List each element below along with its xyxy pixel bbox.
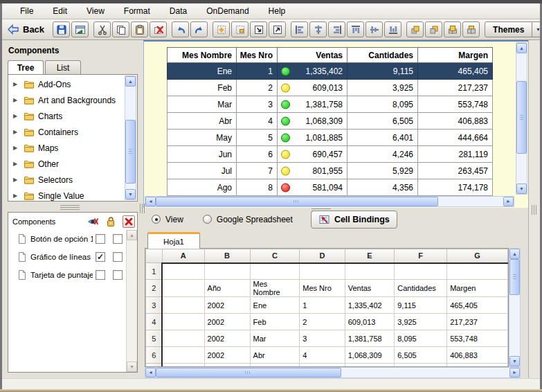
scrollbar-thumb[interactable] (125, 120, 136, 184)
tab-list[interactable]: List (45, 60, 81, 75)
sheet-cell[interactable]: 2002 (204, 347, 250, 364)
table-row[interactable]: Jul7801,9555,929263,457 (168, 163, 493, 179)
tree-vertical-scrollbar[interactable]: ▲ ▼ (125, 75, 136, 200)
sheet-row-header[interactable]: 6 (146, 347, 163, 364)
sheet-column-header[interactable]: D (300, 249, 345, 263)
component-item[interactable]: Tarjeta de puntaje 1 (8, 266, 125, 284)
fit-selection-button[interactable] (250, 21, 267, 37)
scorecard-component[interactable]: Mes NombreMes NroVentasCantidadesMargen … (167, 47, 494, 199)
tree-item-single-value[interactable]: ▶Single Value (8, 188, 125, 201)
scroll-up-arrow-icon[interactable]: ▲ (516, 43, 527, 53)
align-right-button[interactable] (328, 21, 345, 37)
sheet-cell[interactable] (162, 280, 204, 297)
align-middle-button[interactable] (365, 21, 383, 37)
sheet-column-header[interactable]: C (250, 249, 300, 263)
delete-button[interactable] (150, 21, 167, 37)
sheet-column-header[interactable]: E (345, 249, 395, 263)
scroll-up-arrow-icon[interactable]: ▲ (125, 76, 136, 87)
table-row[interactable]: May51,081,8856,401444,664 (168, 130, 493, 146)
sheet-cell[interactable]: Margen (447, 280, 508, 297)
sheet-cell[interactable] (162, 314, 204, 330)
scrollbar-thumb[interactable] (156, 368, 341, 377)
align-center-button[interactable] (309, 21, 327, 37)
scroll-right-arrow-icon[interactable]: ► (509, 368, 520, 377)
table-row[interactable]: Jun6690,4574,246281,119 (168, 146, 493, 163)
sheet-cell[interactable]: 465,405 (447, 297, 508, 314)
group-button[interactable] (213, 21, 230, 37)
sheet-cell[interactable]: 3 (300, 330, 345, 347)
sheet-row-header[interactable]: 4 (146, 314, 163, 330)
sheet-cell[interactable]: Mes Nombre (250, 280, 300, 297)
sheet-cell[interactable] (162, 263, 204, 280)
sheet-cell[interactable] (447, 263, 508, 280)
sheet-cell[interactable]: 4 (300, 347, 345, 364)
scroll-down-arrow-icon[interactable]: ▼ (516, 184, 527, 194)
tree-item-selectors[interactable]: ▶Selectors (8, 172, 125, 188)
right-splitter-grip[interactable] (532, 205, 538, 215)
scroll-left-arrow-icon[interactable]: ◄ (145, 368, 156, 377)
table-row[interactable]: Feb2609,0133,925217,237 (168, 80, 493, 96)
scrollbar-thumb[interactable] (156, 197, 438, 206)
table-row[interactable]: Ago8581,0944,356174,178 (168, 179, 493, 196)
hide-eye-icon[interactable] (87, 216, 99, 227)
cut-button[interactable] (93, 21, 111, 37)
scroll-left-arrow-icon[interactable]: ◄ (145, 197, 156, 206)
visibility-checkbox[interactable] (96, 270, 105, 280)
sheet-row-header[interactable]: 2 (146, 280, 163, 297)
sheet-cell[interactable]: Mar (250, 330, 300, 347)
sheet-cell[interactable]: Mes Nro (300, 280, 345, 297)
sheet-cell[interactable] (162, 330, 204, 347)
table-row[interactable]: Ene11,335,4029,115465,405 (168, 63, 493, 80)
sheet-cell[interactable]: Ventas (345, 280, 395, 297)
sheet-row-header[interactable]: 3 (146, 297, 163, 314)
menu-ondemand[interactable]: OnDemand (197, 4, 258, 18)
sheet-cell[interactable]: Feb (250, 314, 300, 330)
left-splitter-grip[interactable] (60, 205, 80, 210)
tree-item-containers[interactable]: ▶Containers (8, 124, 125, 140)
scroll-up-arrow-icon[interactable]: ▲ (127, 230, 137, 240)
align-left-button[interactable] (291, 21, 308, 37)
fit-canvas-button[interactable] (269, 21, 286, 37)
copy-button[interactable] (112, 21, 129, 37)
scroll-right-arrow-icon[interactable]: ► (503, 197, 514, 206)
scrollbar-thumb[interactable] (509, 259, 520, 295)
sheet-cell[interactable]: 9,115 (395, 297, 447, 314)
scroll-down-arrow-icon[interactable]: ▼ (127, 362, 137, 372)
visibility-checkbox[interactable]: ✓ (96, 252, 105, 262)
sheet-column-header[interactable]: F (395, 249, 447, 263)
bring-forward-button[interactable] (406, 21, 424, 37)
scroll-up-arrow-icon[interactable]: ▲ (509, 249, 520, 259)
save-button[interactable] (53, 21, 70, 37)
object-list-scrollbar[interactable]: ▲ ▼ (126, 230, 137, 372)
component-item[interactable]: Gráfico de líneas 1✓ (8, 248, 125, 266)
menu-file[interactable]: File (10, 4, 43, 18)
sheet-cell[interactable]: Año (204, 280, 250, 297)
sheet-column-header[interactable]: B (204, 249, 250, 263)
menu-edit[interactable]: Edit (43, 4, 77, 18)
sheet-corner[interactable] (146, 249, 163, 263)
sheet-cell[interactable]: 2002 (204, 297, 250, 314)
sheet-cell[interactable]: 1,068,309 (345, 347, 395, 364)
scroll-down-arrow-icon[interactable]: ▼ (125, 189, 136, 199)
canvas-vertical-scrollbar[interactable]: ▲ ▼ (516, 42, 527, 195)
paste-button[interactable] (131, 21, 148, 37)
sheet-cell[interactable]: 6,505 (395, 347, 447, 364)
ungroup-button[interactable] (231, 21, 249, 37)
design-canvas[interactable]: Mes NombreMes NroVentasCantidadesMargen … (143, 40, 528, 208)
redo-button[interactable] (190, 21, 208, 37)
cell-bindings-button[interactable]: Cell Bindings (311, 211, 397, 229)
sheet-column-header[interactable]: A (162, 249, 204, 263)
scroll-down-arrow-icon[interactable]: ▼ (509, 356, 520, 366)
themes-button[interactable]: Themes (485, 21, 532, 37)
align-top-button[interactable] (347, 21, 364, 37)
sheet-cell[interactable]: 406,883 (447, 347, 508, 364)
delete-x-icon[interactable] (123, 215, 135, 228)
undo-button[interactable] (172, 21, 189, 37)
sheet-tab-hoja1[interactable]: Hoja1 (147, 232, 200, 249)
view-radio[interactable] (152, 215, 161, 224)
menu-help[interactable]: Help (259, 4, 296, 18)
sheet-cell[interactable]: 1,335,402 (345, 297, 395, 314)
menu-view[interactable]: View (77, 4, 114, 18)
sheet-row-header[interactable]: 1 (146, 263, 163, 280)
preview-button[interactable] (71, 21, 89, 37)
